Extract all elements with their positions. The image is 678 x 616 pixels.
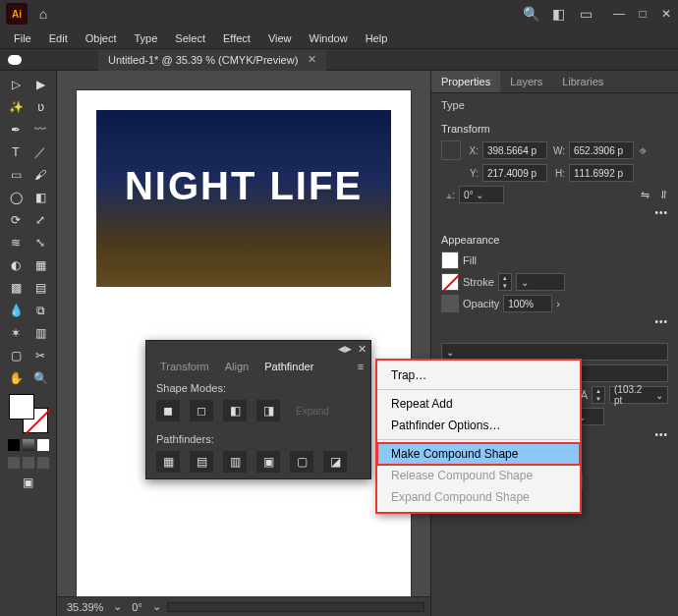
tab-transform[interactable]: Transform [152,357,217,376]
angle-field[interactable]: 0° ⌄ [459,186,504,203]
close-tab-icon[interactable]: ✕ [308,53,316,66]
pen-tool-icon[interactable]: ✒ [5,120,27,140]
slice-tool-icon[interactable]: ✂ [29,346,51,365]
tab-layers[interactable]: Layers [500,71,552,92]
maximize-button[interactable]: □ [631,3,654,25]
w-field[interactable]: 652.3906 p [569,141,634,159]
crop-icon[interactable]: ▣ [256,451,280,473]
draw-inside-icon[interactable] [37,457,49,469]
unite-icon[interactable]: ◼ [156,400,180,421]
screen-mode-icon[interactable]: ▣ [18,473,39,492]
symbol-sprayer-tool-icon[interactable]: ✶ [5,323,27,343]
flip-v-icon[interactable]: ⥯ [659,189,668,201]
lasso-tool-icon[interactable]: ʋ [29,97,51,117]
flip-h-icon[interactable]: ⇋ [641,189,650,201]
h-field[interactable]: 111.6992 p [569,164,634,182]
tab-align[interactable]: Align [217,357,256,376]
character-more-icon[interactable]: ••• [654,429,668,440]
divide-icon[interactable]: ▦ [156,451,180,473]
column-graph-tool-icon[interactable]: ▥ [29,323,51,343]
tab-properties[interactable]: Properties [431,71,500,92]
panel-toggle-icon[interactable] [8,55,22,65]
x-field[interactable]: 398.5664 p [482,141,547,159]
horizontal-scrollbar[interactable] [167,602,424,612]
menu-make-compound-shape[interactable]: Make Compound Shape [377,443,580,465]
stroke-weight-field[interactable]: ⌄ [516,273,565,291]
menu-file[interactable]: File [6,30,39,46]
direct-selection-tool-icon[interactable]: ▶ [29,75,51,94]
trim-icon[interactable]: ▤ [190,451,213,473]
zoom-chevron-icon[interactable]: ⌄ [113,600,122,613]
scale-tool-icon[interactable]: ⤢ [29,210,51,230]
width-tool-icon[interactable]: ≋ [5,233,27,252]
line-tool-icon[interactable]: ／ [29,142,51,162]
panel-collapse-icon[interactable]: ◀▶ [338,344,352,354]
hero-image[interactable]: NIGHT LIFE [96,110,391,287]
type-tool-icon[interactable]: T [5,142,27,162]
transform-more-icon[interactable]: ••• [654,207,668,218]
minus-back-icon[interactable]: ◪ [323,451,347,473]
draw-normal-icon[interactable] [8,457,20,469]
gradient-tool-icon[interactable]: ▤ [29,278,51,298]
rotate-chevron-icon[interactable]: ⌄ [152,600,161,613]
panel-menu-icon[interactable]: ≡ [351,361,370,372]
blend-tool-icon[interactable]: ⧉ [29,301,51,320]
document-tab[interactable]: Untitled-1* @ 35.39 % (CMYK/Preview) ✕ [98,49,326,71]
menu-view[interactable]: View [260,30,300,46]
search-icon[interactable]: 🔍 [519,2,542,26]
panel-close-icon[interactable]: ✕ [358,343,367,356]
color-swatch[interactable] [9,394,48,433]
tab-libraries[interactable]: Libraries [552,71,613,92]
fill-swatch-icon[interactable] [9,394,34,420]
appearance-more-icon[interactable]: ••• [654,316,668,327]
rotate-value[interactable]: 0° [128,601,146,613]
shape-builder-tool-icon[interactable]: ◐ [5,255,27,275]
draw-behind-icon[interactable] [23,457,34,469]
eyedropper-tool-icon[interactable]: 💧 [5,301,27,320]
curvature-tool-icon[interactable]: 〰 [29,120,51,140]
home-icon[interactable]: ⌂ [33,4,53,24]
y-field[interactable]: 217.4009 p [482,164,547,182]
menu-effect[interactable]: Effect [215,30,258,46]
paintbrush-tool-icon[interactable]: 🖌 [29,165,51,185]
rectangle-tool-icon[interactable]: ▭ [5,165,27,185]
magic-wand-tool-icon[interactable]: ✨ [5,97,27,117]
menu-trap[interactable]: Trap… [377,364,580,386]
none-mode-icon[interactable] [37,439,49,451]
stroke-swatch[interactable] [441,273,459,291]
hand-tool-icon[interactable]: ✋ [5,368,27,388]
stroke-weight-stepper[interactable]: ▲▼ [498,273,512,291]
perspective-tool-icon[interactable]: ▦ [29,255,51,275]
reference-point-icon[interactable] [441,140,461,160]
zoom-tool-icon[interactable]: 🔍 [29,368,51,388]
shaper-tool-icon[interactable]: ◯ [5,188,27,207]
menu-help[interactable]: Help [358,30,396,46]
pathfinder-panel[interactable]: ◀▶ ✕ Transform Align Pathfinder ≡ Shape … [145,340,371,479]
fill-swatch[interactable] [441,252,459,269]
opacity-more-icon[interactable]: › [556,298,560,309]
menu-pathfinder-options[interactable]: Pathfinder Options… [377,415,580,436]
workspace-icon[interactable]: ◧ [546,2,570,26]
eraser-tool-icon[interactable]: ◧ [29,188,51,207]
opacity-field[interactable]: 100% [503,295,552,312]
gradient-mode-icon[interactable] [23,439,34,451]
close-button[interactable]: ✕ [654,3,678,25]
free-transform-tool-icon[interactable]: ⤡ [29,233,51,252]
minimize-button[interactable]: — [607,3,631,25]
rotate-tool-icon[interactable]: ⟳ [5,210,27,230]
tab-pathfinder[interactable]: Pathfinder [256,357,321,376]
leading-stepper[interactable]: ▲▼ [592,386,605,404]
link-wh-icon[interactable]: ⎆ [640,144,647,156]
merge-icon[interactable]: ▥ [223,451,247,473]
zoom-level[interactable]: 35.39% [63,601,107,613]
intersect-icon[interactable]: ◧ [223,400,247,421]
leading-field[interactable]: (103.2 pt ⌄ [609,386,668,404]
arrange-docs-icon[interactable]: ▭ [574,2,597,26]
menu-select[interactable]: Select [167,30,213,46]
menu-window[interactable]: Window [302,30,356,46]
menu-object[interactable]: Object [78,30,125,46]
hero-text[interactable]: NIGHT LIFE [96,164,391,208]
color-mode-icon[interactable] [8,439,20,451]
menu-type[interactable]: Type [127,30,166,46]
artboard-tool-icon[interactable]: ▢ [5,346,27,365]
